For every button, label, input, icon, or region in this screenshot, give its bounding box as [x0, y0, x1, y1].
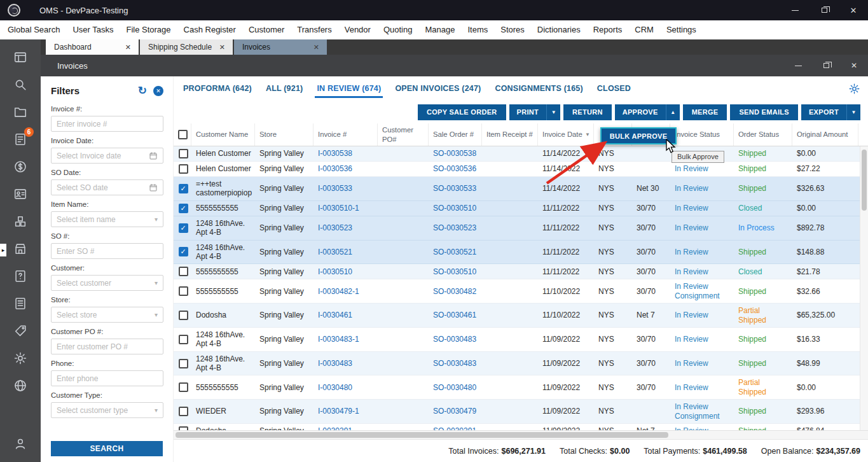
- sidebar-item-orders[interactable]: [6, 290, 34, 317]
- sale-order-link[interactable]: SO-0030461: [433, 311, 476, 319]
- menu-item-stores[interactable]: Stores: [494, 20, 531, 39]
- tab-close-icon[interactable]: ✕: [123, 43, 133, 52]
- tab-proforma-642[interactable]: PROFORMA (642): [176, 76, 259, 101]
- table-row[interactable]: WIEDERSpring ValleyI-0030479-1SO-0030479…: [174, 400, 868, 424]
- invoices-minimize-button[interactable]: [784, 55, 812, 76]
- print-button[interactable]: PRINT: [509, 104, 547, 120]
- return-button[interactable]: RETURN: [563, 104, 612, 120]
- approve-dropdown-arrow[interactable]: ▲: [666, 104, 680, 120]
- invoice-link[interactable]: I-0030483: [318, 359, 352, 368]
- export-dropdown-arrow[interactable]: ▼: [846, 104, 860, 120]
- menu-item-global-search[interactable]: Global Search: [1, 20, 66, 39]
- menu-item-cash-register[interactable]: Cash Register: [177, 20, 242, 39]
- search-button[interactable]: SEARCH: [51, 441, 163, 456]
- filter-select[interactable]: Select item name▾: [51, 211, 163, 227]
- tab-open-invoices-247[interactable]: OPEN INVOICES (247): [388, 76, 488, 101]
- table-row[interactable]: 5555555555Spring ValleyI-0030510SO-00305…: [174, 264, 868, 279]
- sale-order-link[interactable]: SO-0030536: [433, 164, 476, 173]
- vertical-scrollbar[interactable]: [860, 146, 868, 430]
- row-checkbox[interactable]: [179, 311, 188, 320]
- tab-all-921[interactable]: ALL (921): [259, 76, 310, 101]
- merge-button[interactable]: MERGE: [683, 104, 727, 120]
- menu-item-quoting[interactable]: Quoting: [377, 20, 419, 39]
- horizontal-scrollbar-thumb[interactable]: [176, 432, 668, 438]
- filter-input[interactable]: Enter phone: [51, 370, 163, 386]
- column-header-sale-order[interactable]: Sale Order #: [429, 123, 482, 146]
- row-checkbox[interactable]: [179, 267, 188, 276]
- sale-order-link[interactable]: SO-0030479: [433, 407, 476, 416]
- invoices-close-button[interactable]: ✕: [840, 55, 868, 76]
- column-header-blank[interactable]: [174, 123, 191, 146]
- table-row[interactable]: Helen CustomerSpring ValleyI-0030536SO-0…: [174, 162, 868, 177]
- tab-closed[interactable]: CLOSED: [590, 76, 638, 101]
- calendar-icon[interactable]: [149, 151, 158, 160]
- table-row[interactable]: 1248 16thAve. Apt 4-BSpring ValleyI-0030…: [174, 352, 868, 376]
- tab-close-icon[interactable]: ✕: [312, 43, 321, 52]
- tab-consignments-165[interactable]: CONSIGNMENTS (165): [488, 76, 589, 101]
- menu-item-file-storage[interactable]: File Storage: [120, 20, 177, 39]
- row-checkbox[interactable]: ✓: [179, 223, 188, 233]
- invoice-link[interactable]: I-0030533: [318, 184, 352, 193]
- row-checkbox[interactable]: ✓: [179, 204, 188, 213]
- copy-sale-order-button[interactable]: COPY SALE ORDER: [418, 104, 506, 120]
- tab-dashboard[interactable]: Dashboard✕: [46, 39, 139, 55]
- sale-order-link[interactable]: SO-0030521: [433, 248, 476, 256]
- table-row[interactable]: ✓=++test castomerpiopiopSpring ValleyI-0…: [174, 177, 868, 201]
- sale-order-link[interactable]: SO-0030482: [433, 287, 476, 296]
- send-emails-button[interactable]: SEND EMAILS: [730, 104, 797, 120]
- tab-close-icon[interactable]: ✕: [217, 43, 227, 52]
- sidebar-item-gear[interactable]: [6, 344, 34, 372]
- column-header-invoice-status[interactable]: Invoice Status: [670, 123, 734, 146]
- row-checkbox[interactable]: [179, 335, 188, 344]
- sidebar-item-search[interactable]: [6, 71, 34, 98]
- filter-select[interactable]: Select customer▾: [51, 275, 163, 291]
- invoice-link[interactable]: I-0030510: [318, 267, 352, 276]
- column-header-customer-po[interactable]: Customer PO#: [378, 123, 429, 146]
- row-checkbox[interactable]: [179, 286, 188, 296]
- sale-order-link[interactable]: SO-0030510: [433, 204, 476, 213]
- row-checkbox[interactable]: [179, 407, 188, 416]
- sidebar-item-inventory[interactable]: [6, 207, 34, 235]
- sale-order-link[interactable]: SO-0030483: [433, 359, 476, 368]
- sale-order-link[interactable]: SO-0030510: [433, 267, 476, 276]
- sale-order-link[interactable]: SO-0030523: [433, 223, 476, 232]
- invoice-link[interactable]: I-0030482-1: [318, 287, 359, 296]
- refresh-filters-icon[interactable]: ↻: [138, 85, 147, 96]
- filter-select[interactable]: Select store▾: [51, 307, 163, 323]
- menu-item-settings[interactable]: Settings: [660, 20, 703, 39]
- table-row[interactable]: DodoshaSpring ValleyI-0030391SO-00303911…: [174, 424, 868, 430]
- calendar-icon[interactable]: [149, 183, 158, 192]
- table-row[interactable]: 5555555555Spring ValleyI-0030482-1SO-003…: [174, 279, 868, 304]
- sidebar-item-tag[interactable]: [6, 317, 34, 344]
- invoices-restore-button[interactable]: [812, 55, 840, 76]
- sidebar-item-user[interactable]: [6, 430, 34, 457]
- grid-settings-gear-icon[interactable]: [848, 83, 860, 95]
- chevron-down-icon[interactable]: ▾: [155, 216, 158, 223]
- horizontal-scrollbar[interactable]: [174, 430, 868, 439]
- chevron-down-icon[interactable]: ▾: [155, 311, 158, 318]
- filter-select[interactable]: Select customer type▾: [51, 402, 163, 418]
- sidebar-item-helpdoc[interactable]: [6, 262, 34, 290]
- menu-item-crm[interactable]: CRM: [628, 20, 660, 39]
- invoice-link[interactable]: I-0030523: [318, 223, 352, 232]
- filter-input[interactable]: Enter customer PO #: [51, 339, 163, 354]
- tab-shipping-schedule[interactable]: Shipping Schedule✕: [140, 39, 233, 55]
- invoice-link[interactable]: I-0030521: [318, 248, 352, 256]
- invoice-link[interactable]: I-0030483-1: [318, 335, 359, 344]
- table-row[interactable]: ✓1248 16thAve. Apt 4-BSpring ValleyI-003…: [174, 241, 868, 265]
- minimize-button[interactable]: [780, 0, 809, 20]
- invoice-link[interactable]: I-0030538: [318, 149, 352, 158]
- table-row[interactable]: 1248 16thAve. Apt 4-BSpring ValleyI-0030…: [174, 328, 868, 352]
- sort-arrow-icon[interactable]: ▼: [583, 132, 590, 138]
- chevron-down-icon[interactable]: ▾: [155, 279, 158, 286]
- sidebar-item-dashboard[interactable]: [6, 43, 34, 71]
- invoice-link[interactable]: I-0030479-1: [318, 407, 359, 416]
- column-header-invoice[interactable]: Invoice #: [313, 123, 378, 146]
- row-checkbox[interactable]: [179, 359, 188, 368]
- sidebar-item-folder[interactable]: [6, 98, 34, 125]
- panel-expander-arrow[interactable]: ▸: [0, 244, 6, 256]
- menu-item-transfers[interactable]: Transfers: [291, 20, 338, 39]
- chevron-down-icon[interactable]: ▾: [155, 407, 158, 414]
- clear-filters-icon[interactable]: ✕: [153, 86, 163, 96]
- filter-input[interactable]: Enter SO #: [51, 243, 163, 259]
